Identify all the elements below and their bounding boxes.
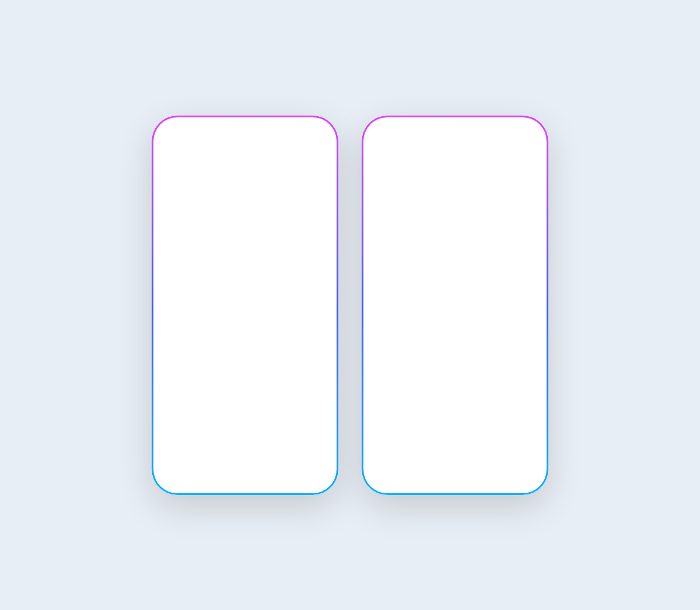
phone-2: 9:41 ▐▐▐ 📶 🔋 ‹ 👩 Barbara Johnson Active … [362, 116, 548, 495]
video-sender-name: Alex Walker [159, 222, 278, 230]
camera-button-1[interactable]: 📷 [178, 456, 195, 473]
contact-info-1: Barbara Johnson Active now [194, 141, 287, 158]
incoming-message-2: 👩 Yeah! It was super funky! 👍 [159, 388, 331, 421]
contact-name-2: Barbara Johnson [404, 141, 497, 151]
header-actions-2: 📞 🎥 [497, 141, 540, 158]
msg2-bubble: Yeah! It was super funky! [181, 388, 286, 409]
battery-icon-1: 🔋 [315, 123, 324, 131]
learn-more-link-2[interactable]: Learn More [455, 208, 488, 215]
outgoing-message-3: The best! 🥰 [159, 426, 331, 451]
video-message-content: Alex Walker ▶ Best [159, 222, 278, 334]
encryption-notice-1: 🔒 Messages and calls are secured with en… [159, 196, 331, 222]
learn-more-link-1[interactable]: Learn More [245, 208, 278, 215]
online-dot-1 [326, 140, 331, 145]
phone-call-button-1[interactable]: 📞 [287, 141, 304, 158]
msg2-avatar: 👩 [162, 406, 177, 421]
wifi-icon-2: 📶 [513, 123, 523, 131]
encryption-icon-wrapper: 🔑 [429, 274, 481, 317]
status-icons-2: ▐▐▐ 📶 🔋 [495, 123, 534, 131]
phone-call-button-2[interactable]: 📞 [497, 141, 514, 158]
encryption-title: Messenger secured this chat with end-to-… [373, 326, 537, 355]
phones-container: 9:41 ▐▐▐ 📶 🔋 ‹ 👩 Barbara Johnson Active … [128, 92, 572, 518]
contact-status-2: Active now [404, 151, 497, 158]
chat-body-2: View Profile 🔒 Messages and calls are se… [362, 165, 548, 451]
status-time-2: 9:41 [376, 123, 392, 132]
chat-body-1: View Profile 🔒 Messages and calls are se… [152, 165, 338, 451]
contact-avatar-2: 👩 [379, 139, 400, 160]
msg2-wrapper: Yeah! It was super funky! 👍 [181, 388, 286, 421]
header-actions-1: 📞 🎥 [287, 141, 330, 158]
msg1-wrapper: Thanks again for the show last night! 🔥🔥… [159, 339, 331, 383]
signal-icon-2: ▐▐▐ [495, 123, 511, 131]
text-input-1[interactable]: Aa [242, 456, 290, 473]
encryption-notice-2: 🔒 Messages and calls are secured with en… [369, 196, 541, 222]
partial-sender-name: Alex Walker [369, 224, 411, 232]
how-this-protects-link[interactable]: How this protects you [413, 430, 496, 440]
mic-button-1[interactable]: 🎤 [220, 456, 237, 473]
lock-icon-2: 🔒 [382, 200, 388, 206]
sheet-handle [444, 260, 466, 263]
battery-icon-2: 🔋 [525, 123, 534, 131]
video-message-group: ⬆ Alex Walker [159, 222, 331, 334]
video-call-button-1[interactable]: 🎥 [313, 141, 330, 158]
contact-name-1: Barbara Johnson [194, 141, 287, 151]
status-bar-1: 9:41 ▐▐▐ 📶 🔋 [152, 116, 338, 135]
status-bar-2: 9:41 ▐▐▐ 📶 🔋 [362, 116, 548, 135]
home-indicator-2 [420, 455, 490, 457]
back-button-1[interactable]: ‹ [160, 142, 164, 156]
status-icons-1: ▐▐▐ 📶 🔋 [285, 123, 324, 131]
lock-key-icon: 🔑 [443, 284, 467, 306]
back-button-2[interactable]: ‹ [370, 142, 374, 156]
msg1-bubble: Thanks again for the show last night! 🔥🔥… [159, 339, 331, 371]
contact-avatar-1: 👩 [169, 139, 190, 160]
msg3-wrapper: The best! 🥰 [284, 426, 331, 451]
msg1-reaction: 😊 [320, 372, 331, 383]
signal-icon-1: ▐▐▐ [285, 123, 301, 131]
encryption-description: More of your chats will be upgraded auto… [373, 361, 537, 384]
chat-header-2: ‹ 👩 Barbara Johnson Active now 📞 🎥 [362, 135, 548, 165]
add-button-1[interactable]: + [158, 456, 174, 473]
chat-scroll-1[interactable]: View Profile 🔒 Messages and calls are se… [152, 165, 338, 451]
msg3-bubble: The best! [284, 426, 331, 447]
video-source: Instagram [159, 322, 278, 334]
emoji-button-1[interactable]: 😊 [295, 456, 312, 473]
ok-button[interactable]: OK [373, 396, 537, 421]
home-indicator-1 [210, 481, 280, 483]
contact-info-2: Barbara Johnson Active now [404, 141, 497, 158]
contact-status-1: Active now [194, 151, 287, 158]
video-card[interactable]: ▶ Best show I've seen in years 🤌 Instagr… [159, 232, 278, 334]
video-thumbnail: ▶ [159, 232, 278, 308]
wifi-icon-1: 📶 [303, 123, 313, 131]
status-time-1: 9:41 [166, 123, 182, 132]
video-caption: Best show I've seen in years 🤌 [159, 308, 278, 322]
play-button[interactable]: ▶ [208, 259, 229, 280]
outgoing-message-1: Thanks again for the show last night! 🔥🔥… [159, 339, 331, 383]
gallery-button-1[interactable]: 🖼 [200, 456, 216, 473]
lock-icon-1: 🔒 [172, 200, 178, 206]
encryption-sheet: 🔑 Messenger secured this chat with end-t… [362, 251, 548, 451]
online-dot-2 [536, 140, 541, 145]
view-profile-button-1[interactable]: View Profile [213, 175, 276, 191]
video-call-button-2[interactable]: 🎥 [523, 141, 540, 158]
view-profile-button-2[interactable]: View Profile [423, 175, 487, 191]
phone-1: 9:41 ▐▐▐ 📶 🔋 ‹ 👩 Barbara Johnson Active … [152, 116, 338, 495]
wave-button-1[interactable]: ✌️ [316, 456, 332, 473]
chat-input-bar-1: + 📷 🖼 🎤 Aa 😊 ✌️ [152, 451, 338, 477]
chat-header-1: ‹ 👩 Barbara Johnson Active now 📞 🎥 [152, 135, 338, 165]
msg2-reaction: 👍 [181, 410, 192, 421]
input-placeholder-1: Aa [250, 460, 260, 469]
